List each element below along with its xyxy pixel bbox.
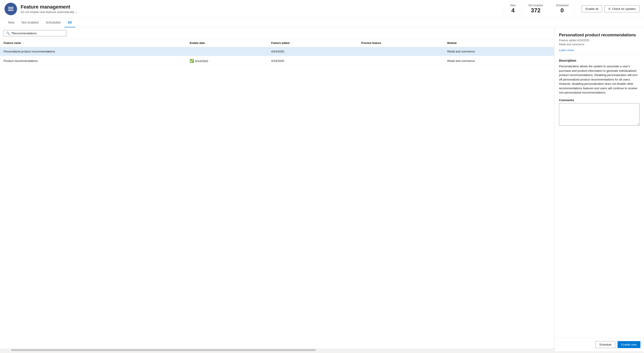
nav-tabs: New Not enabled Scheduled All — [0, 18, 644, 27]
sort-desc-icon: ↓ — [291, 42, 292, 44]
table-row[interactable]: Personalized product recommendations4/24… — [0, 47, 554, 56]
scroll-thumb[interactable] — [11, 349, 316, 351]
header-actions: Enable all ↺ Check for updates — [582, 5, 640, 12]
detail-feature-added: Feature added 4/24/2020 — [559, 39, 640, 42]
tab-new[interactable]: New — [4, 18, 18, 27]
main-content: 🔍 Feature name ↑ Enable date — [0, 27, 644, 351]
check-updates-button[interactable]: ↺ Check for updates — [604, 5, 640, 12]
comments-input[interactable] — [559, 103, 640, 126]
learn-more-link[interactable]: Learn more — [559, 48, 574, 52]
svg-rect-0 — [8, 7, 14, 8]
detail-module: Retail and commerce — [559, 43, 640, 46]
col-module[interactable]: Module — [444, 39, 554, 47]
list-icon — [7, 5, 14, 12]
app-logo — [4, 3, 17, 15]
col-feature-added[interactable]: Feature added ↓ — [268, 39, 358, 47]
sort-asc-icon: ↑ — [23, 42, 24, 44]
search-input-wrap[interactable]: 🔍 — [4, 30, 66, 36]
detail-content: Personalized product recommendations Fea… — [554, 27, 644, 338]
cell-enable-date: ✅ 8/14/2020 — [186, 56, 268, 66]
search-bar: 🔍 — [0, 27, 554, 39]
cell-feature-added: 4/24/2020 — [268, 56, 358, 66]
detail-description: Personalization allows the system to ass… — [559, 64, 640, 95]
detail-footer: Schedule Enable now — [554, 338, 644, 351]
tab-all[interactable]: All — [64, 18, 76, 27]
stat-scheduled: Scheduled 0 — [550, 4, 575, 14]
col-feature-name[interactable]: Feature name ↑ — [0, 39, 186, 47]
search-input[interactable] — [11, 32, 64, 35]
title-block: Feature management Do not enable new fea… — [21, 4, 497, 14]
cell-feature-name: Personalized product recommendations — [0, 47, 186, 56]
enabled-check-icon: ✅ — [190, 59, 195, 63]
stat-not-enabled: Not enabled 372 — [522, 4, 550, 14]
table-row[interactable]: Product recommendations✅ 8/14/20204/24/2… — [0, 56, 554, 66]
left-panel: 🔍 Feature name ↑ Enable date — [0, 27, 554, 351]
cell-preview-feature — [358, 47, 444, 56]
tab-scheduled[interactable]: Scheduled — [42, 18, 64, 27]
comments-label: Comments — [559, 98, 640, 102]
search-icon: 🔍 — [6, 31, 10, 35]
detail-title: Personalized product recommendations — [559, 33, 640, 37]
table-wrap: Feature name ↑ Enable date Feature added… — [0, 39, 554, 349]
svg-rect-2 — [8, 10, 14, 11]
col-enable-date[interactable]: Enable date — [186, 39, 268, 47]
page-title: Feature management — [21, 4, 497, 10]
enable-now-button[interactable]: Enable now — [618, 341, 640, 348]
chevron-down-icon: ⌄ — [75, 10, 78, 14]
subtitle-dropdown[interactable]: Do not enable new features automatically… — [21, 10, 497, 14]
right-panel: Personalized product recommendations Fea… — [554, 27, 644, 351]
description-heading: Description — [559, 59, 640, 62]
enable-all-button[interactable]: Enable all — [582, 5, 602, 12]
tab-not-enabled[interactable]: Not enabled — [18, 18, 42, 27]
cell-module: Retail and commerce — [444, 47, 554, 56]
divider — [559, 54, 640, 55]
stats-block: New 4 Not enabled 372 Scheduled 0 — [504, 4, 575, 14]
cell-feature-added: 4/24/2020 — [268, 47, 358, 56]
page-header: Feature management Do not enable new fea… — [0, 0, 644, 18]
cell-enable-date — [186, 47, 268, 56]
cell-preview-feature — [358, 56, 444, 66]
svg-rect-1 — [8, 8, 14, 9]
col-preview-feature[interactable]: Preview feature — [358, 39, 444, 47]
refresh-icon: ↺ — [608, 7, 610, 10]
cell-module: Retail and commerce — [444, 56, 554, 66]
cell-feature-name: Product recommendations — [0, 56, 186, 66]
horizontal-scrollbar[interactable] — [0, 349, 554, 351]
features-table: Feature name ↑ Enable date Feature added… — [0, 39, 554, 66]
stat-new: New 4 — [504, 4, 522, 14]
schedule-button[interactable]: Schedule — [596, 341, 615, 348]
